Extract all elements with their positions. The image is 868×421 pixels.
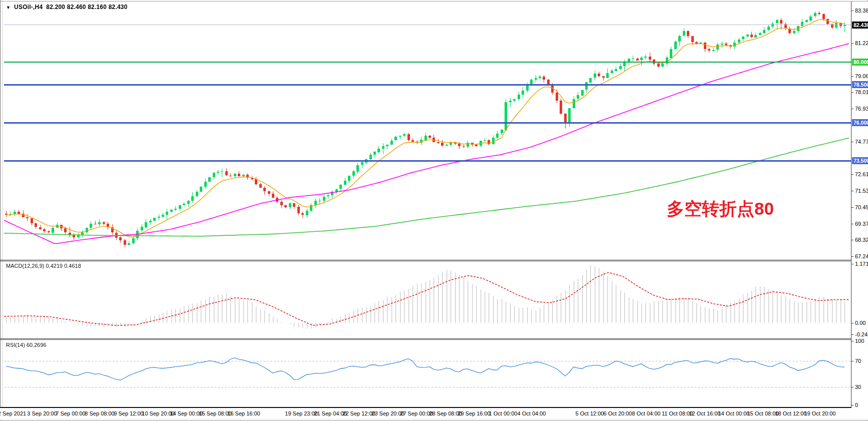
price-label-71.530: 71.530 xyxy=(855,188,868,194)
price-label-71.530-tick xyxy=(851,191,853,191)
price-label-68.320: 68.320 xyxy=(855,237,868,243)
rsi-label: RSI(14) 60.2696 xyxy=(6,342,47,348)
price-axis[interactable]: 83.38081.22079.06078.01076.93074.77072.6… xyxy=(851,2,868,408)
date-label-11: 22 Sep 12:00 xyxy=(342,410,375,416)
price-label-72.610-tick xyxy=(851,174,853,175)
date-label-4: 9 Sep 12:00 xyxy=(114,410,143,416)
price-badge-76.000: 76.000 xyxy=(852,119,868,126)
price-hline-80[interactable] xyxy=(4,62,851,63)
price-label-81.220-tick xyxy=(851,43,853,44)
chart-header: ▼USOil-,H4 82.200 82.460 82.160 82.430 xyxy=(6,4,128,11)
price-label-83.380-tick xyxy=(851,11,853,11)
price-label-69.370-tick xyxy=(851,224,853,224)
price-label-67.240-tick xyxy=(851,256,853,257)
rsi-scale-30: 30 xyxy=(855,384,861,390)
symbol-dropdown-icon[interactable]: ▼ xyxy=(6,5,11,10)
price-badge-82.430: 82.430 xyxy=(852,22,868,29)
date-label-18: 5 Oct 12:00 xyxy=(576,410,604,416)
price-label-67.240: 67.240 xyxy=(855,253,868,259)
price-label-70.450: 70.450 xyxy=(855,204,868,210)
macd-scale-0.00: 0.00 xyxy=(855,320,865,326)
macd-scale-1.1711-tick xyxy=(851,264,853,264)
price-label-78.010-tick xyxy=(851,92,853,93)
rsi-scale-30-tick xyxy=(851,387,853,387)
chart-window: ▼USOil-,H4 82.200 82.460 82.160 82.430 M… xyxy=(0,0,868,421)
price-label-74.770: 74.770 xyxy=(855,139,868,145)
price-label-70.450-tick xyxy=(851,207,853,208)
price-label-83.380: 83.380 xyxy=(855,8,868,14)
date-label-2: 7 Sep 00:00 xyxy=(56,410,85,416)
date-label-22: 12 Oct 16:00 xyxy=(689,410,721,416)
price-label-79.060: 79.060 xyxy=(855,73,868,79)
date-label-14: 28 Sep 08:00 xyxy=(429,410,462,416)
price-hline-82.43[interactable] xyxy=(4,25,851,25)
date-label-12: 23 Sep 20:00 xyxy=(371,410,404,416)
macd-scale--0.2424: -0.2424 xyxy=(855,331,868,337)
price-label-72.610: 72.610 xyxy=(855,171,868,177)
date-label-17: 4 Oct 04:00 xyxy=(518,410,546,416)
price-hline-76[interactable] xyxy=(4,122,851,124)
macd-label: MACD(12,26,9) 0.4219 0.4618 xyxy=(6,263,81,269)
date-label-26: 19 Oct 20:00 xyxy=(804,410,836,416)
rsi-scale-70: 70 xyxy=(855,358,861,364)
date-label-1: 3 Sep 20:00 xyxy=(27,410,57,416)
price-label-68.320-tick xyxy=(851,240,853,240)
price-hline-78.5[interactable] xyxy=(4,84,851,86)
macd-scale--0.2424-tick xyxy=(851,334,853,335)
price-label-69.370: 69.370 xyxy=(855,221,868,227)
price-label-78.010: 78.010 xyxy=(855,89,868,95)
date-label-0: 2 Sep 2021 xyxy=(0,410,26,416)
macd-scale-1.1711: 1.1711 xyxy=(855,261,868,267)
date-label-20: 8 Oct 04:00 xyxy=(632,410,661,416)
window-bottom-border xyxy=(0,420,868,420)
price-label-74.770-tick xyxy=(851,142,853,142)
date-label-23: 14 Oct 00:00 xyxy=(718,410,750,416)
price-label-76.930: 76.930 xyxy=(855,106,868,112)
rsi-scale-0-tick xyxy=(851,405,853,405)
time-axis[interactable]: 2 Sep 20213 Sep 20:007 Sep 00:008 Sep 08… xyxy=(0,408,868,420)
separator-macd-rsi[interactable] xyxy=(0,338,868,339)
price-label-79.060-tick xyxy=(851,76,853,77)
separator-main-macd[interactable] xyxy=(0,260,868,260)
date-label-15: 29 Sep 16:00 xyxy=(458,410,490,416)
date-label-16: 1 Oct 00:00 xyxy=(489,410,518,416)
price-badge-80.000: 80.000 xyxy=(852,59,868,66)
date-label-10: 21 Sep 04:00 xyxy=(314,410,346,416)
price-label-81.220: 81.220 xyxy=(855,40,868,46)
price-badge-78.500: 78.500 xyxy=(852,81,868,88)
date-label-7: 15 Sep 08:00 xyxy=(199,410,231,416)
rsi-scale-70-tick xyxy=(851,361,853,361)
macd-scale-0.00-tick xyxy=(851,323,853,323)
date-label-24: 15 Oct 08:00 xyxy=(747,410,779,416)
rsi-scale-100-tick xyxy=(851,341,853,341)
date-label-9: 19 Sep 23:00 xyxy=(285,410,317,416)
price-hline-73.5[interactable] xyxy=(4,160,851,162)
annotation-text[interactable]: 多空转折点80 xyxy=(667,199,774,219)
date-label-13: 27 Sep 00:00 xyxy=(400,410,432,416)
date-label-6: 14 Sep 00:00 xyxy=(170,410,202,416)
rsi-scale-0: 0 xyxy=(855,402,858,408)
date-label-8: 16 Sep 16:00 xyxy=(227,410,260,416)
rsi-scale-100: 100 xyxy=(855,338,864,344)
ohlc-values: 82.200 82.460 82.160 82.430 xyxy=(46,4,127,11)
window-top-border xyxy=(0,1,868,2)
window-left-inner-border xyxy=(2,0,3,421)
date-label-3: 8 Sep 08:00 xyxy=(85,410,114,416)
date-label-21: 11 Oct 08:00 xyxy=(662,410,693,416)
date-label-19: 6 Oct 20:00 xyxy=(604,410,632,416)
date-label-25: 18 Oct 12:00 xyxy=(775,410,807,416)
separator-main-macd-2 xyxy=(0,261,868,261)
price-badge-73.500: 73.500 xyxy=(852,157,868,164)
price-label-76.930-tick xyxy=(851,109,853,109)
window-left-border xyxy=(0,0,1,421)
symbol-title: USOil-,H4 xyxy=(14,4,43,11)
separator-macd-rsi-2 xyxy=(0,339,868,340)
